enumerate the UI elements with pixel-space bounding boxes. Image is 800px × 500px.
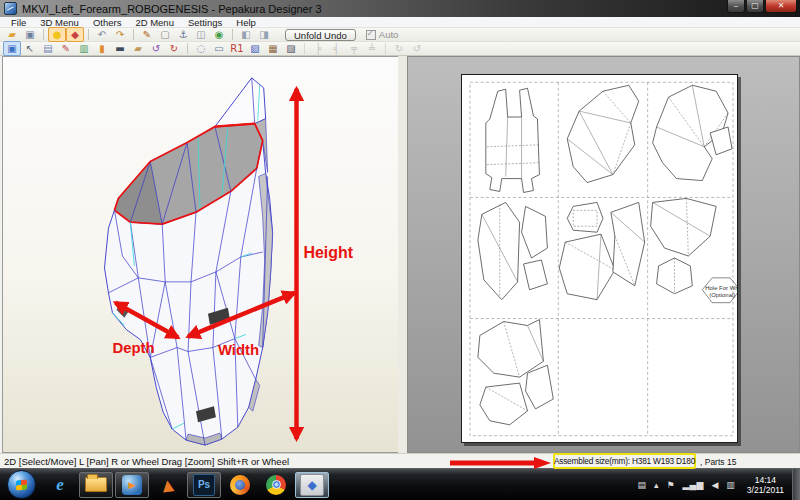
ruler-icon[interactable]: ▮	[93, 41, 111, 56]
show-desktop-button[interactable]	[792, 469, 800, 500]
chart-icon[interactable]: ▧	[246, 41, 264, 56]
unfold-undo-button[interactable]: Unfold Undo	[285, 29, 356, 41]
windows-flag-icon	[16, 479, 27, 490]
pane-right-icon[interactable]: ◨	[255, 27, 273, 42]
maximize-button[interactable]: ▢	[746, 0, 764, 13]
save-icon[interactable]: ▣	[21, 27, 39, 42]
parts-count-text: , Parts 15	[700, 457, 736, 467]
pattern-piece[interactable]	[486, 88, 540, 192]
clipboard-icon[interactable]: ▥	[726, 480, 735, 490]
align-top-icon[interactable]: ╤	[345, 41, 363, 56]
model-3d-forearm[interactable]: Height Width Depth	[3, 57, 397, 452]
print-icon[interactable]: ▨	[282, 41, 300, 56]
pen-icon[interactable]: ✎	[138, 27, 156, 42]
toolbar-row-1: ▰ ▣ ● ◆ ↶ ↷ ✎ ▢ ⚓ ◫ ◉ ◧	[0, 28, 800, 42]
material-icon[interactable]: ▥	[75, 41, 93, 56]
open-file-icon[interactable]: ▰	[3, 27, 21, 42]
redo-icon[interactable]: ↷	[111, 27, 129, 42]
hole-note-line1: Hole For Wrist	[705, 285, 737, 291]
rotate-ccw-icon[interactable]: ↺	[408, 41, 426, 56]
internet-explorer-icon[interactable]: e	[43, 472, 77, 498]
menu-others[interactable]: Others	[86, 17, 129, 28]
width-label: Width	[218, 341, 259, 358]
hole-note-line2: (Optional)	[709, 292, 735, 298]
auto-checkbox-label: Auto	[379, 29, 399, 40]
pattern-piece[interactable]	[559, 202, 644, 299]
auto-checkbox-box[interactable]	[366, 30, 376, 40]
windows-explorer-icon[interactable]	[79, 472, 113, 498]
viewport-3d[interactable]: Height Width Depth	[2, 56, 398, 453]
pepakura-designer-window: MKVI_Left_Forearm_ROBOGENESIS - Pepakura…	[0, 0, 800, 500]
show-hidden-icons-icon[interactable]: ▴	[654, 480, 659, 490]
menu-help[interactable]: Help	[229, 17, 263, 28]
rotate-left-icon[interactable]: ↺	[147, 41, 165, 56]
pattern-piece[interactable]	[567, 85, 638, 182]
system-tray: ▤ ▴ ⚑ ▂▄▆ ◀ ▥	[633, 480, 738, 490]
select-move-icon[interactable]: ▣	[3, 41, 21, 56]
rotate-cw-icon[interactable]: ↻	[390, 41, 408, 56]
chrome-icon[interactable]	[259, 472, 293, 498]
clock-date: 3/21/2011	[747, 485, 784, 495]
taskbar: e ▶ ▲ Ps ◆ ▤ ▴ ⚑ ▂▄▆ ◀ ▥ 14:14 3/21/2011	[0, 468, 800, 500]
menu-settings[interactable]: Settings	[181, 17, 229, 28]
anchor-icon[interactable]: ⚓	[174, 27, 192, 42]
menu-2d-menu[interactable]: 2D Menu	[128, 17, 181, 28]
panel-splitter[interactable]	[398, 56, 407, 453]
network-icon[interactable]: ▂▄▆	[683, 480, 704, 490]
pepakura-taskbar-icon[interactable]: ◆	[295, 472, 329, 498]
auto-checkbox[interactable]: Auto	[366, 29, 399, 40]
taskbar-clock[interactable]: 14:14 3/21/2011	[747, 475, 784, 495]
media-player-icon[interactable]: ▶	[115, 472, 149, 498]
toolbar-row-2: ▣ ↖ ▤ ✎ ▥ ▮ ▬ ▰ ↺ ↻ ◌ ▭ R1 ▧ ▦ ▨	[0, 42, 800, 56]
depth-label: Depth	[112, 339, 154, 356]
annotation-arrow	[448, 457, 552, 469]
photoshop-icon[interactable]: Ps	[187, 472, 221, 498]
pattern-piece[interactable]: Hole For Wrist (Optional)	[651, 198, 737, 302]
image-icon[interactable]: ▤	[39, 41, 57, 56]
scale-r1-icon[interactable]: R1	[228, 41, 246, 56]
fit-page-icon[interactable]: ▭	[210, 41, 228, 56]
3d-view-icon[interactable]: ◉	[210, 27, 228, 42]
assembled-size-text: Assembled size(mm): H381 W193 D180	[554, 456, 695, 466]
pattern-piece[interactable]	[478, 202, 547, 299]
action-center-icon[interactable]: ⚑	[667, 480, 675, 490]
toolbar-icon-group-1: ▰ ▣ ● ◆ ↶ ↷ ✎ ▢ ⚓ ◫ ◉ ◧	[3, 27, 273, 42]
status-hint-text: 2D [Select/Move] L [Pan] R or Wheel Drag…	[4, 456, 289, 467]
menu-3d-menu[interactable]: 3D Menu	[33, 17, 86, 28]
edit-vertex-icon[interactable]: ↖	[21, 41, 39, 56]
close-button[interactable]: ✕	[765, 0, 797, 13]
volume-icon[interactable]: ◀	[711, 480, 718, 490]
screen-icon[interactable]: ▬	[111, 41, 129, 56]
window-title: MKVI_Left_Forearm_ROBOGENESIS - Pepakura…	[22, 3, 322, 15]
pattern-piece[interactable]	[478, 320, 553, 425]
grid-icon[interactable]: ▦	[264, 41, 282, 56]
pattern-page-svg[interactable]: Hole For Wrist (Optional)	[462, 75, 737, 442]
tape-icon[interactable]: ▰	[129, 41, 147, 56]
pepakura-app-icon	[4, 2, 17, 15]
align-left-icon[interactable]: ╞	[309, 41, 327, 56]
pane-left-icon[interactable]: ◧	[237, 27, 255, 42]
pattern-sheet[interactable]: Hole For Wrist (Optional)	[461, 74, 738, 443]
minimize-button[interactable]: –	[727, 0, 745, 13]
show-edges-icon[interactable]: ●	[48, 27, 66, 42]
viewport-2d[interactable]: Hole For Wrist (Optional)	[407, 56, 800, 453]
zoom-area-icon[interactable]: ◌	[192, 41, 210, 56]
clock-time: 14:14	[747, 475, 784, 485]
title-bar[interactable]: MKVI_Left_Forearm_ROBOGENESIS - Pepakura…	[0, 0, 800, 17]
undo-icon[interactable]: ↶	[93, 27, 111, 42]
color-cube-icon[interactable]: ◆	[66, 27, 84, 42]
assembled-size-highlight: Assembled size(mm): H381 W193 D180	[553, 453, 696, 469]
copy-window-icon[interactable]: ◫	[192, 27, 210, 42]
firefox-icon[interactable]	[223, 472, 257, 498]
menu-file[interactable]: File	[4, 17, 33, 28]
pattern-piece[interactable]	[653, 85, 732, 180]
paint-icon[interactable]: ✎	[57, 41, 75, 56]
presentation-icon[interactable]: ▤	[637, 480, 646, 490]
start-button[interactable]	[7, 470, 36, 499]
height-label: Height	[303, 244, 353, 261]
align-right-icon[interactable]: ╡	[327, 41, 345, 56]
matlab-icon[interactable]: ▲	[151, 472, 185, 498]
align-bottom-icon[interactable]: ╧	[363, 41, 381, 56]
rotate-right-icon[interactable]: ↻	[165, 41, 183, 56]
box-icon[interactable]: ▢	[156, 27, 174, 42]
